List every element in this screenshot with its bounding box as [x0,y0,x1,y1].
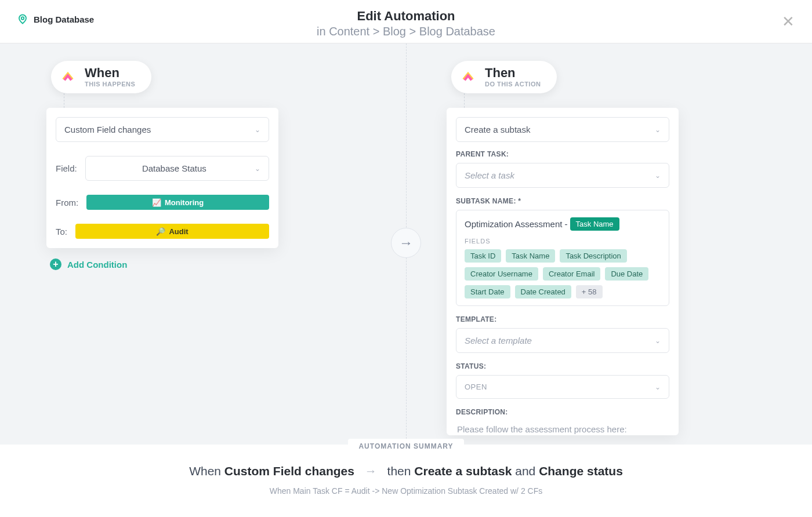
trigger-card: Custom Field changes ⌄ Field: Database S… [46,108,278,248]
chevron-down-icon: ⌄ [655,383,661,391]
arrow-right-icon: → [399,235,413,251]
when-subtitle: THIS HAPPENS [85,81,135,88]
field-chip[interactable]: Task Description [560,249,626,263]
clickup-logo-icon [459,68,477,86]
clickup-logo-icon [59,68,77,86]
field-value: Database Status [94,163,255,173]
more-fields-chip[interactable]: + 58 [576,285,603,298]
svg-point-0 [21,17,24,20]
field-label: Field: [56,163,77,173]
field-chip[interactable]: Date Created [515,285,571,298]
breadcrumb: in Content > Blog > Blog Database [17,25,795,38]
trigger-select[interactable]: Custom Field changes ⌄ [56,117,269,142]
parent-task-select[interactable]: Select a task ⌄ [456,163,669,188]
chevron-down-icon: ⌄ [255,126,260,134]
summary-main: When Custom Field changes → then Create … [189,464,623,478]
field-chip[interactable]: Task Name [506,249,555,263]
flow-arrow: → [391,228,421,258]
summary-pill: AUTOMATION SUMMARY [348,439,463,454]
subtask-name-token[interactable]: Task Name [570,217,619,231]
chevron-down-icon: ⌄ [255,165,260,173]
subtask-name-text: Optimization Assessment - [465,219,568,229]
parent-task-placeholder: Select a task [465,170,514,180]
audit-icon: 🔎 [156,227,165,236]
action-card: Create a subtask ⌄ PARENT TASK: Select a… [447,108,679,435]
location-pin-icon [17,14,28,24]
monitoring-icon: 📈 [152,198,161,207]
then-pill: Then DO THIS ACTION [451,61,557,93]
field-chips: Task ID Task Name Task Description Creat… [465,249,661,298]
chevron-down-icon: ⌄ [655,126,661,134]
action-select[interactable]: Create a subtask ⌄ [456,117,669,142]
summary-sub: When Main Task CF = Audit -> New Optimiz… [270,486,542,496]
status-select[interactable]: OPEN ⌄ [456,375,669,399]
template-placeholder: Select a template [465,336,532,345]
field-chip[interactable]: Task ID [465,249,501,263]
close-icon: ✕ [782,13,795,30]
from-status-value: Monitoring [165,198,204,207]
status-label: STATUS: [456,362,669,370]
chevron-down-icon: ⌄ [655,172,661,180]
add-condition-label: Add Condition [67,260,127,270]
from-status-select[interactable]: 📈 Monitoring [86,195,269,210]
subtask-name-input[interactable]: Optimization Assessment - Task Name FIEL… [456,210,669,306]
page-title: Edit Automation [17,9,795,24]
when-column: When THIS HAPPENS Custom Field changes ⌄… [46,61,278,270]
close-button[interactable]: ✕ [782,14,795,29]
fields-label: FIELDS [465,238,661,245]
trigger-value: Custom Field changes [64,125,151,134]
then-stem [464,93,465,108]
when-title: When [85,67,135,79]
template-select[interactable]: Select a template ⌄ [456,328,669,353]
then-title: Then [485,67,541,79]
status-value: OPEN [465,383,487,391]
subtask-name-label: SUBTASK NAME: * [456,197,669,205]
then-subtitle: DO THIS ACTION [485,81,541,88]
field-chip[interactable]: Start Date [465,285,510,298]
to-label: To: [56,227,67,236]
action-value: Create a subtask [465,125,530,134]
then-column: Then DO THIS ACTION Create a subtask ⌄ P… [447,61,679,435]
location-text: Blog Database [34,14,94,24]
automation-canvas: → When THIS HAPPENS Custom Field changes… [0,43,812,445]
to-status-value: Audit [169,227,188,236]
from-label: From: [56,198,78,207]
to-status-select[interactable]: 🔎 Audit [75,224,269,239]
add-condition-button[interactable]: + Add Condition [50,258,278,270]
parent-task-label: PARENT TASK: [456,150,669,158]
template-label: TEMPLATE: [456,315,669,323]
plus-icon: + [50,258,61,270]
when-pill: When THIS HAPPENS [51,61,151,93]
field-chip[interactable]: Due Date [605,267,648,281]
chevron-down-icon: ⌄ [655,337,661,345]
summary-footer: AUTOMATION SUMMARY When Custom Field cha… [0,445,812,517]
description-input[interactable]: Please follow the assessment process her… [456,421,669,434]
field-chip[interactable]: Creator Email [543,267,600,281]
field-select[interactable]: Database Status ⌄ [85,156,269,181]
when-stem [64,93,64,108]
description-label: DESCRIPTION: [456,408,669,416]
field-chip[interactable]: Creator Username [465,267,538,281]
arrow-right-icon: → [365,464,377,478]
modal-header: Blog Database Edit Automation in Content… [0,0,812,43]
location-indicator[interactable]: Blog Database [17,14,94,24]
